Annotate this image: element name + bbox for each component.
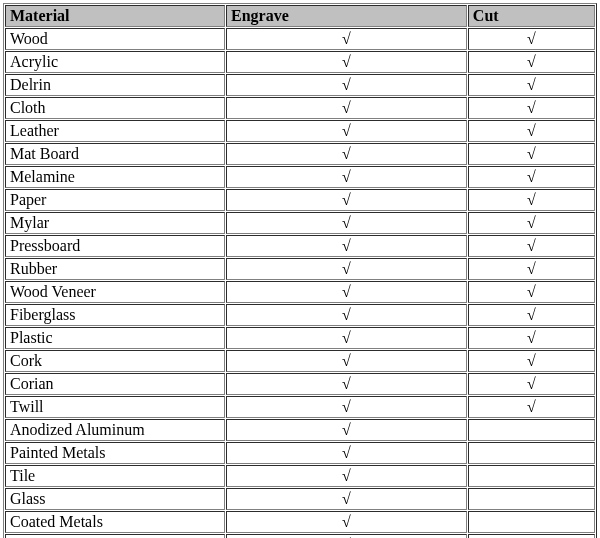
table-row: Rubber√√ bbox=[5, 258, 595, 280]
cell-engrave: √ bbox=[226, 373, 467, 395]
cell-engrave: √ bbox=[226, 488, 467, 510]
table-row: Anodized Aluminum√ bbox=[5, 419, 595, 441]
cell-engrave: √ bbox=[226, 419, 467, 441]
cell-material: Delrin bbox=[5, 74, 225, 96]
cell-engrave: √ bbox=[226, 304, 467, 326]
table-row: Twill√√ bbox=[5, 396, 595, 418]
cell-cut: √ bbox=[468, 212, 595, 234]
cell-cut: √ bbox=[468, 235, 595, 257]
cell-cut: √ bbox=[468, 304, 595, 326]
cell-cut bbox=[468, 419, 595, 441]
table-row: Cork√√ bbox=[5, 350, 595, 372]
cell-engrave: √ bbox=[226, 143, 467, 165]
table-row: Tile√ bbox=[5, 465, 595, 487]
header-cut: Cut bbox=[468, 5, 595, 27]
cell-cut: √ bbox=[468, 74, 595, 96]
cell-cut: √ bbox=[468, 327, 595, 349]
cell-material: Plastic bbox=[5, 327, 225, 349]
cell-material: Fiberglass bbox=[5, 304, 225, 326]
cell-material: Glass bbox=[5, 488, 225, 510]
table-row: Acrylic√√ bbox=[5, 51, 595, 73]
cell-cut bbox=[468, 442, 595, 464]
cell-cut: √ bbox=[468, 281, 595, 303]
cell-cut bbox=[468, 465, 595, 487]
materials-table: Material Engrave Cut Wood√√Acrylic√√Delr… bbox=[3, 3, 597, 538]
cell-cut bbox=[468, 511, 595, 533]
cell-engrave: √ bbox=[226, 534, 467, 538]
table-row: Wood√√ bbox=[5, 28, 595, 50]
cell-material: Pressboard bbox=[5, 235, 225, 257]
table-row: Paper√√ bbox=[5, 189, 595, 211]
cell-cut: √ bbox=[468, 166, 595, 188]
cell-material: Corian bbox=[5, 373, 225, 395]
cell-cut: √ bbox=[468, 51, 595, 73]
cell-material: Coated Metals bbox=[5, 511, 225, 533]
cell-material: Anodized Aluminum bbox=[5, 419, 225, 441]
cell-cut: √ bbox=[468, 373, 595, 395]
cell-material: Acrylic bbox=[5, 51, 225, 73]
cell-material: Painted Metals bbox=[5, 442, 225, 464]
cell-cut bbox=[468, 534, 595, 538]
cell-cut bbox=[468, 488, 595, 510]
cell-material: Twill bbox=[5, 396, 225, 418]
header-engrave: Engrave bbox=[226, 5, 467, 27]
cell-engrave: √ bbox=[226, 350, 467, 372]
cell-cut: √ bbox=[468, 189, 595, 211]
cell-cut: √ bbox=[468, 143, 595, 165]
cell-material: Marble bbox=[5, 534, 225, 538]
table-header-row: Material Engrave Cut bbox=[5, 5, 595, 27]
cell-material: Melamine bbox=[5, 166, 225, 188]
cell-cut: √ bbox=[468, 350, 595, 372]
table-row: Wood Veneer√√ bbox=[5, 281, 595, 303]
cell-engrave: √ bbox=[226, 51, 467, 73]
table-row: Corian√√ bbox=[5, 373, 595, 395]
cell-material: Rubber bbox=[5, 258, 225, 280]
cell-material: Mylar bbox=[5, 212, 225, 234]
table-row: Leather√√ bbox=[5, 120, 595, 142]
cell-material: Cork bbox=[5, 350, 225, 372]
table-row: Plastic√√ bbox=[5, 327, 595, 349]
table-row: Painted Metals√ bbox=[5, 442, 595, 464]
cell-engrave: √ bbox=[226, 235, 467, 257]
cell-engrave: √ bbox=[226, 74, 467, 96]
cell-material: Paper bbox=[5, 189, 225, 211]
cell-engrave: √ bbox=[226, 97, 467, 119]
cell-engrave: √ bbox=[226, 120, 467, 142]
cell-engrave: √ bbox=[226, 166, 467, 188]
cell-cut: √ bbox=[468, 258, 595, 280]
table-row: Marble√ bbox=[5, 534, 595, 538]
cell-cut: √ bbox=[468, 28, 595, 50]
header-material: Material bbox=[5, 5, 225, 27]
table-row: Coated Metals√ bbox=[5, 511, 595, 533]
cell-cut: √ bbox=[468, 396, 595, 418]
cell-engrave: √ bbox=[226, 465, 467, 487]
cell-material: Leather bbox=[5, 120, 225, 142]
table-row: Mylar√√ bbox=[5, 212, 595, 234]
cell-material: Wood bbox=[5, 28, 225, 50]
table-row: Pressboard√√ bbox=[5, 235, 595, 257]
cell-engrave: √ bbox=[226, 189, 467, 211]
cell-engrave: √ bbox=[226, 281, 467, 303]
cell-engrave: √ bbox=[226, 28, 467, 50]
cell-material: Cloth bbox=[5, 97, 225, 119]
cell-engrave: √ bbox=[226, 258, 467, 280]
table-row: Cloth√√ bbox=[5, 97, 595, 119]
cell-material: Mat Board bbox=[5, 143, 225, 165]
cell-material: Wood Veneer bbox=[5, 281, 225, 303]
table-row: Delrin√√ bbox=[5, 74, 595, 96]
cell-material: Tile bbox=[5, 465, 225, 487]
table-row: Mat Board√√ bbox=[5, 143, 595, 165]
table-row: Fiberglass√√ bbox=[5, 304, 595, 326]
cell-engrave: √ bbox=[226, 327, 467, 349]
table-row: Melamine√√ bbox=[5, 166, 595, 188]
cell-cut: √ bbox=[468, 97, 595, 119]
cell-engrave: √ bbox=[226, 212, 467, 234]
cell-engrave: √ bbox=[226, 511, 467, 533]
cell-engrave: √ bbox=[226, 442, 467, 464]
cell-engrave: √ bbox=[226, 396, 467, 418]
table-row: Glass√ bbox=[5, 488, 595, 510]
cell-cut: √ bbox=[468, 120, 595, 142]
